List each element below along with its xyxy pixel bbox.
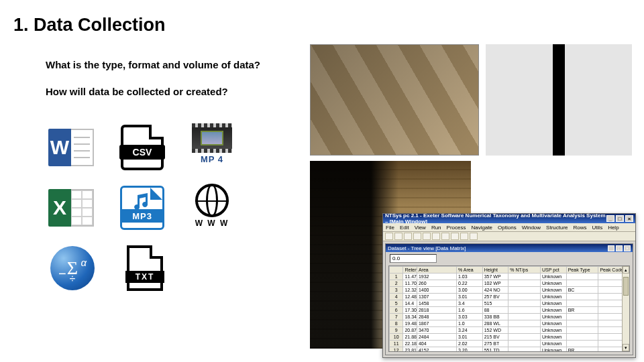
photo-old-maps	[310, 44, 479, 156]
music-note-icon	[131, 193, 152, 210]
column-header[interactable]: Peak Type	[566, 267, 598, 274]
menu-navigate[interactable]: Navigate	[471, 225, 492, 231]
format-icon-grid: W CSV MP 4 X MP3 W W W − Σ α ÷ TXT	[46, 121, 247, 295]
question-1: What is the type, format and volume of d…	[46, 59, 260, 70]
toolbar-button[interactable]	[451, 233, 459, 240]
menu-view[interactable]: View	[415, 225, 426, 231]
excel-icon: X	[48, 184, 97, 232]
sub-minimize-button[interactable]: _	[608, 245, 614, 251]
toolbar-button[interactable]	[470, 233, 478, 240]
column-header[interactable]: USP pct	[541, 267, 567, 274]
table-row[interactable]: 312.32014003.00424 NOUnknownBC	[390, 287, 629, 294]
txt-label: TXT	[125, 271, 164, 283]
vertical-scrollbar[interactable]: ▴ ▾	[622, 266, 629, 351]
table-row[interactable]: 211.702600.22102 WPUnknown	[390, 280, 629, 287]
maximize-button[interactable]: □	[616, 215, 624, 222]
menu-edit[interactable]: Edit	[400, 225, 409, 231]
page-title: 1. Data Collection	[13, 15, 166, 36]
toolbar-button[interactable]	[404, 233, 412, 240]
menu-run[interactable]: Run	[431, 225, 441, 231]
menu-rows[interactable]: Rows	[574, 225, 587, 231]
table-row[interactable]: 920.87434703.24152 WDUnknown	[390, 327, 629, 334]
menu-help[interactable]: Help	[608, 225, 619, 231]
word-letter: W	[48, 129, 71, 166]
photo-paper-stacks	[486, 44, 632, 156]
globe-icon	[195, 184, 229, 217]
column-header[interactable]: Height	[482, 267, 508, 274]
txt-icon: TXT	[127, 245, 163, 291]
mp3-icon: MP3	[120, 186, 164, 230]
mp4-label: MP 4	[201, 154, 223, 164]
question-2: How will data be collected or created?	[46, 86, 228, 97]
math-sphere-icon: − Σ α ÷	[50, 246, 95, 290]
table-row[interactable]: 412.48813073.01257 BVUnknown	[390, 294, 629, 300]
toolbar-button[interactable]	[385, 233, 393, 240]
menu-structure[interactable]: Structure	[546, 225, 568, 231]
menu-options[interactable]: Options	[498, 225, 517, 231]
app-subwindow: Dataset - Tree view [Data Matrix] _ □ × …	[385, 243, 633, 355]
close-button[interactable]: ×	[625, 215, 633, 222]
subwindow-title: Dataset - Tree view [Data Matrix] _ □ ×	[386, 244, 633, 252]
toolbar-button[interactable]	[394, 233, 402, 240]
www-icon: W W W	[188, 184, 236, 232]
app-titlebar: NTSys pc 2.1 - Exeter Software Numerical…	[383, 214, 635, 223]
toolbar-button[interactable]	[423, 233, 431, 240]
minimize-button[interactable]: _	[606, 215, 614, 222]
www-label: W W W	[195, 219, 229, 228]
analysis-app-window: NTSys pc 2.1 - Exeter Software Numerical…	[382, 213, 636, 358]
table-row[interactable]: 1021.88024843.01215 BVUnknown	[390, 334, 629, 341]
mp3-label: MP3	[122, 209, 162, 223]
toolbar-button[interactable]	[432, 233, 440, 240]
scroll-thumb[interactable]	[623, 277, 629, 296]
table-row[interactable]: 514.414583.4515Unknown	[390, 300, 629, 307]
menu-process[interactable]: Process	[447, 225, 466, 231]
table-row[interactable]: 111.47419321.03357 WPUnknown	[390, 274, 629, 280]
table-row[interactable]: 819.48218671.0288 WLUnknown	[390, 320, 629, 327]
column-header[interactable]: % NT/ps	[508, 267, 541, 274]
scroll-up-button[interactable]: ▴	[623, 266, 629, 274]
csv-label: CSV	[119, 145, 165, 160]
toolbar-button[interactable]	[460, 233, 468, 240]
value-field[interactable]: 0.0	[390, 254, 437, 263]
csv-icon: CSV	[121, 125, 164, 170]
scroll-down-button[interactable]: ▾	[623, 344, 629, 351]
app-toolbar	[383, 232, 635, 241]
toolbar-button[interactable]	[441, 233, 449, 240]
column-header[interactable]: % Area	[457, 267, 483, 274]
data-table: Retention TimeArea% AreaHeight% NT/psUSP…	[389, 266, 629, 352]
excel-letter: X	[48, 189, 71, 227]
sub-maximize-button[interactable]: □	[616, 245, 623, 251]
table-row[interactable]: 1223.8141523.20551 TDUnknownBR	[390, 347, 629, 353]
toolbar-button[interactable]	[413, 233, 421, 240]
menu-utils[interactable]: Utils	[592, 225, 603, 231]
table-row[interactable]: 718.34028483.03338 BBUnknown	[390, 314, 629, 320]
sub-close-button[interactable]: ×	[624, 245, 631, 251]
column-header[interactable]: Retention Time	[403, 267, 417, 274]
column-header[interactable]: Area	[417, 267, 456, 274]
menu-file[interactable]: File	[386, 225, 394, 231]
data-table-wrap: Retention TimeArea% AreaHeight% NT/psUSP…	[388, 265, 630, 352]
table-row[interactable]: 617.30028181.688UnknownBR	[390, 307, 629, 314]
app-menubar: FileEditViewRunProcessNavigateOptionsWin…	[383, 223, 635, 232]
table-row[interactable]: 1122.1804042.02275 BTUnknown	[390, 341, 629, 347]
mp4-icon: MP 4	[188, 123, 236, 172]
menu-window[interactable]: Window	[522, 225, 541, 231]
word-icon: W	[48, 123, 97, 172]
